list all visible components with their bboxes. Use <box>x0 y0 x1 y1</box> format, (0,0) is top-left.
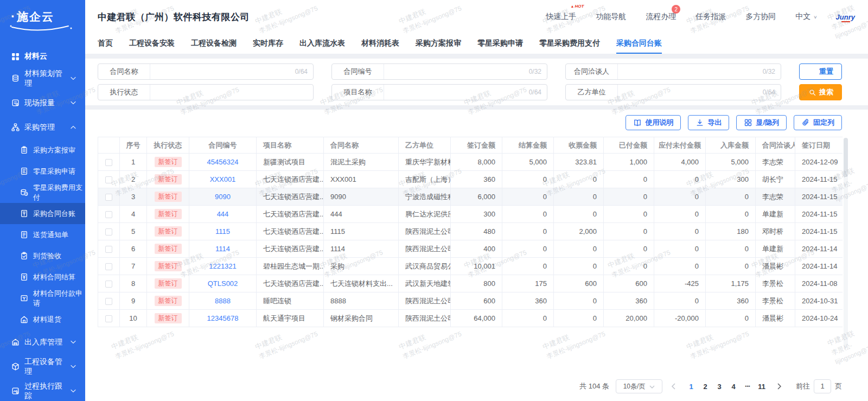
toolbar-button-固定列[interactable]: 固定列 <box>794 115 842 130</box>
cell-inbound: 5,000 <box>706 154 756 171</box>
top-nav-item-快速上手[interactable]: 快速上手HOT <box>546 12 576 22</box>
sidebar-subitem-材料合同结算[interactable]: 材料合同结算 <box>0 266 85 288</box>
row-checkbox[interactable] <box>105 194 112 201</box>
page-number-4[interactable]: 4 <box>726 379 741 393</box>
row-checkbox[interactable] <box>105 263 112 270</box>
page-number-11[interactable]: 11 <box>755 379 769 393</box>
row-checkbox[interactable] <box>105 298 112 305</box>
cell-contract_name: 钢材采购合同 <box>324 310 399 327</box>
table-header-row: 序号执行状态合同编号项目名称合同名称乙方单位签订金额结算金额收票金额已付金额应付… <box>98 137 843 154</box>
sidebar-section-material-cloud[interactable]: 材料云 <box>0 47 85 66</box>
tab-材料消耗表[interactable]: 材料消耗表 <box>361 34 399 54</box>
filter-input-项目名称[interactable]: 0/64 <box>384 85 547 100</box>
contract-number-link[interactable]: QTLS002 <box>208 279 238 288</box>
sidebar-item-材料策划管理[interactable]: 材料策划管理 <box>0 66 85 91</box>
contract-number-link[interactable]: 444 <box>217 210 229 218</box>
tab-bar: 首页工程设备安装工程设备检测实时库存出入库流水表材料消耗表采购方案报审零星采购申… <box>85 34 868 54</box>
filter-input-合同名称[interactable]: 0/64 <box>150 64 313 79</box>
page-number-1[interactable]: 1 <box>684 379 698 393</box>
toolbar-button-显/隐列[interactable]: 显/隐列 <box>736 115 787 130</box>
tab-首页[interactable]: 首页 <box>98 34 113 54</box>
contract-number-link[interactable]: 12345678 <box>207 314 239 322</box>
brand-logo-slash-icon <box>841 21 850 22</box>
sidebar-item-现场报量[interactable]: 现场报量 <box>0 91 85 115</box>
top-nav-item-任务指派[interactable]: 任务指派 <box>695 12 726 22</box>
cell-status: 新签订 <box>147 292 189 310</box>
toolbar-button-使用说明[interactable]: 使用说明 <box>626 115 681 130</box>
row-checkbox[interactable] <box>105 315 112 322</box>
next-page-button[interactable] <box>773 379 786 393</box>
tab-采购合同台账[interactable]: 采购合同台账 <box>616 34 662 54</box>
cube-icon <box>11 362 20 371</box>
row-checkbox[interactable] <box>105 281 112 288</box>
filter-input-合同洽谈人[interactable]: 0/32 <box>618 64 781 79</box>
cell-signed: 400 <box>451 240 502 258</box>
cell-invoice: 0 <box>554 188 604 206</box>
toolbar-button-导出[interactable]: 导出 <box>688 115 729 130</box>
column-header-序号: 序号 <box>120 137 147 154</box>
tab-出入库流水表[interactable]: 出入库流水表 <box>299 34 345 54</box>
search-button[interactable]: 搜索 <box>799 84 842 100</box>
grid-columns-icon <box>744 118 752 127</box>
filter-select-执行状态[interactable] <box>150 85 313 100</box>
tab-零星采购申请[interactable]: 零星采购申请 <box>477 34 523 54</box>
status-badge: 新签订 <box>155 192 182 202</box>
tab-零星采购费用支付[interactable]: 零星采购费用支付 <box>539 34 600 54</box>
contract-number-link[interactable]: 45456324 <box>207 158 239 166</box>
tab-工程设备检测[interactable]: 工程设备检测 <box>191 34 237 54</box>
cell-inbound: 0 <box>706 206 756 223</box>
sidebar-subitem-零星采购申请[interactable]: 零星采购申请 <box>0 161 85 182</box>
tab-实时库存[interactable]: 实时库存 <box>253 34 283 54</box>
cell-signed: 600 <box>451 292 502 310</box>
cell-status: 新签订 <box>147 240 189 258</box>
row-checkbox[interactable] <box>105 228 112 235</box>
tab-采购方案报审[interactable]: 采购方案报审 <box>416 34 461 54</box>
contract-number-link[interactable]: 1221321 <box>209 262 237 270</box>
sidebar-subitem-零星采购费用支付[interactable]: 零星采购费用支付 <box>0 182 85 203</box>
sidebar-subitem-采购合同台账[interactable]: 采购合同台账 <box>0 203 85 224</box>
sidebar-subitem-到货验收[interactable]: 到货验收 <box>0 245 85 266</box>
cell-invoice: 323.81 <box>554 154 604 171</box>
sidebar-subitem-材料退货[interactable]: 材料退货 <box>0 309 85 330</box>
cell-invoice: 0 <box>554 292 604 310</box>
cell-party_b: 重庆华宇新材料有... <box>399 154 451 171</box>
contract-number-link[interactable]: 1114 <box>215 245 230 253</box>
row-checkbox[interactable] <box>105 246 112 253</box>
top-nav-item-流程办理[interactable]: 流程办理2 <box>646 12 676 22</box>
top-nav-item-功能导航[interactable]: 功能导航 <box>596 12 626 22</box>
contract-number-link[interactable]: 8888 <box>215 297 231 305</box>
column-header-合同洽谈人: 合同洽谈人 <box>756 137 795 154</box>
tab-工程设备安装[interactable]: 工程设备安装 <box>129 34 175 54</box>
sidebar-subitem-采购方案报审[interactable]: 采购方案报审 <box>0 139 85 161</box>
cell-date: 2024-11-15 <box>795 223 843 240</box>
contract-number-link[interactable]: XXX001 <box>210 175 236 183</box>
row-checkbox[interactable] <box>105 159 112 166</box>
table-scrollbar-thumb[interactable] <box>844 138 848 177</box>
cell-contract_no: XXX001 <box>189 171 257 188</box>
cell-invoice: 0 <box>554 206 604 223</box>
cell-inbound: 0 <box>706 188 756 206</box>
sidebar-subitem-送货通知单[interactable]: 送货通知单 <box>0 224 85 245</box>
sidebar-item-过程执行跟踪[interactable]: 过程执行跟踪 <box>0 379 85 401</box>
table-scrollbar[interactable] <box>844 138 848 347</box>
goto-page-input[interactable]: 1 <box>814 379 831 393</box>
page-number-2[interactable]: 2 <box>698 379 712 393</box>
sidebar-item-出入库管理[interactable]: 出入库管理 <box>0 330 85 354</box>
contract-number-link[interactable]: 9090 <box>215 193 231 201</box>
cell-date: 2024-11-15 <box>795 188 843 206</box>
chevron-down-icon <box>299 88 308 97</box>
top-nav-item-多方协同[interactable]: 多方协同 <box>745 12 776 22</box>
reset-button[interactable]: 重置 <box>799 63 842 80</box>
sidebar-subitem-材料合同付款申请[interactable]: 材料合同付款申请 <box>0 288 85 309</box>
filter-input-乙方单位[interactable]: 0/64 <box>618 85 781 100</box>
row-checkbox[interactable] <box>105 211 112 218</box>
top-nav-item-中文[interactable]: 中文∨ <box>795 12 817 22</box>
sidebar-item-工程设备管理[interactable]: 工程设备管理 <box>0 354 85 379</box>
page-number-3[interactable]: 3 <box>712 379 726 393</box>
sidebar-item-采购管理[interactable]: 采购管理 <box>0 115 85 139</box>
row-checkbox[interactable] <box>105 176 112 183</box>
contract-number-link[interactable]: 1115 <box>215 227 230 235</box>
page-size-select[interactable]: 10条/页 <box>616 379 662 393</box>
filter-input-合同编号[interactable]: 0/32 <box>384 64 547 79</box>
prev-page-button[interactable] <box>667 379 680 393</box>
